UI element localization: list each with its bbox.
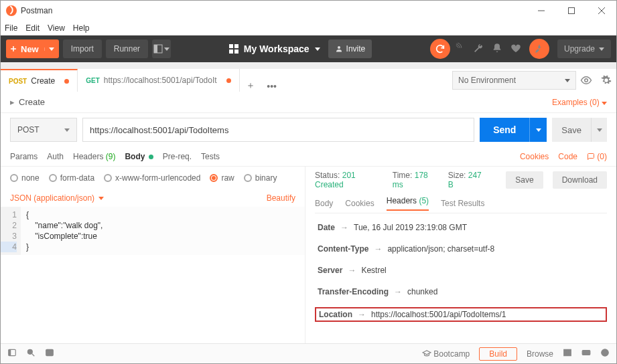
svg-rect-12 [46, 349, 54, 355]
workspace-selector[interactable]: My Workspace [229, 43, 320, 54]
tab-options-button[interactable]: ••• [261, 81, 283, 92]
beautify-button[interactable]: Beautify [267, 193, 295, 203]
resp-tab-body[interactable]: Body [315, 199, 333, 208]
explore-button[interactable] [529, 39, 549, 59]
content-type-selector[interactable]: JSON (application/json) [10, 193, 104, 203]
tab-get-todo[interactable]: GET https://localhost:5001/api/TodoIt [78, 69, 239, 92]
request-subtabs: Params Auth Headers (9) Body Pre-req. Te… [1, 147, 616, 167]
build-mode-button[interactable]: Build [479, 347, 517, 361]
find-icon[interactable] [26, 348, 36, 359]
two-pane-icon[interactable] [563, 348, 572, 359]
upgrade-button[interactable]: Upgrade [557, 39, 611, 58]
response-header-row: Content-Type→application/json; charset=u… [315, 243, 607, 255]
menu-file[interactable]: File [5, 23, 17, 33]
url-bar: POST https://localhost:5001/api/TodoItem… [1, 113, 616, 147]
window-mode-button[interactable] [152, 39, 171, 58]
svg-line-11 [32, 354, 35, 357]
response-download-button[interactable]: Download [553, 171, 607, 189]
new-tab-button[interactable]: ＋ [240, 80, 261, 92]
request-name: Create [19, 97, 45, 107]
help-icon[interactable] [600, 348, 610, 359]
unsaved-dot-icon [64, 79, 69, 84]
response-header-row: Location→https://localhost:5001/api/Todo… [315, 307, 607, 322]
satellite-icon[interactable] [454, 43, 465, 56]
browse-mode-button[interactable]: Browse [527, 349, 553, 359]
request-body-panel: none form-data x-www-form-urlencoded raw… [1, 167, 305, 343]
plus-icon: ＋ [6, 43, 21, 55]
line-gutter: 1234 [1, 207, 21, 255]
bodytype-binary[interactable]: binary [244, 173, 277, 183]
postman-logo-icon [6, 5, 17, 16]
send-dropdown[interactable] [529, 118, 547, 142]
code-content[interactable]: { "name":"walk dog", "isComplete":true } [21, 207, 108, 255]
menu-bar: File Edit View Help [1, 21, 616, 35]
svg-point-6 [338, 46, 340, 49]
main-toolbar: ＋ New Import Runner My Workspace Invite … [1, 35, 616, 62]
tab-prerequest[interactable]: Pre-req. [163, 152, 192, 161]
resp-tab-cookies[interactable]: Cookies [345, 199, 374, 208]
maximize-button[interactable] [556, 1, 586, 21]
svg-point-7 [585, 79, 588, 82]
menu-edit[interactable]: Edit [25, 23, 40, 33]
tab-create[interactable]: POST Create [1, 69, 78, 92]
menu-help[interactable]: Help [73, 23, 90, 33]
response-header-row: Date→Tue, 16 Jul 2019 23:19:08 GMT [315, 221, 607, 234]
tab-row: POST Create GET https://localhost:5001/a… [1, 69, 616, 92]
sidebar-toggle-icon[interactable] [7, 348, 17, 359]
environment-selector[interactable]: No Environment [452, 71, 576, 90]
cookies-link[interactable]: Cookies [520, 152, 549, 161]
body-editor[interactable]: 1234 { "name":"walk dog", "isComplete":t… [1, 207, 305, 255]
response-save-button[interactable]: Save [506, 171, 543, 189]
bodytype-none[interactable]: none [10, 173, 40, 183]
svg-rect-15 [568, 349, 571, 355]
response-header-row: Transfer-Encoding→chunked [315, 286, 607, 298]
tab-params[interactable]: Params [10, 152, 38, 161]
bodytype-raw[interactable]: raw [210, 173, 234, 183]
chevron-right-icon[interactable]: ▸ [10, 97, 15, 107]
svg-rect-5 [154, 45, 157, 53]
menu-view[interactable]: View [48, 23, 65, 33]
svg-rect-9 [9, 349, 11, 355]
grid-icon [229, 44, 238, 54]
console-icon[interactable] [45, 348, 54, 359]
tab-auth[interactable]: Auth [47, 152, 64, 161]
send-button[interactable]: Send [480, 118, 529, 142]
bell-icon[interactable] [492, 43, 502, 56]
bodytype-formdata[interactable]: form-data [49, 173, 94, 183]
save-button[interactable]: Save [552, 118, 591, 142]
env-preview-button[interactable] [576, 70, 596, 90]
new-dropdown[interactable] [44, 48, 59, 51]
bodytype-urlencoded[interactable]: x-www-form-urlencoded [104, 173, 200, 183]
status-bar: Bootcamp Build Browse [1, 343, 616, 363]
comments-link[interactable]: (0) [587, 152, 607, 161]
new-button[interactable]: ＋ New [6, 39, 59, 58]
sync-button[interactable] [430, 39, 450, 59]
invite-button[interactable]: Invite [328, 39, 372, 58]
url-input[interactable]: https://localhost:5001/api/TodoItems [82, 118, 474, 142]
tab-tests[interactable]: Tests [201, 152, 220, 161]
tab-body[interactable]: Body [125, 152, 153, 161]
examples-dropdown[interactable]: Examples (0) [552, 98, 607, 107]
request-header: ▸ Create Examples (0) [1, 92, 616, 113]
wrench-icon[interactable] [473, 43, 484, 56]
keyboard-icon[interactable] [581, 348, 591, 359]
svg-rect-14 [564, 349, 567, 355]
resp-tab-tests[interactable]: Test Results [441, 199, 484, 208]
window-title: Postman [21, 6, 52, 15]
env-settings-button[interactable] [596, 70, 616, 90]
title-bar: Postman [1, 1, 616, 21]
code-link[interactable]: Code [558, 152, 577, 161]
response-panel: Status: 201 Created Time: 178 ms Size: 2… [305, 167, 616, 343]
heart-icon[interactable] [510, 43, 521, 56]
close-button[interactable] [586, 1, 616, 21]
minimize-button[interactable] [526, 1, 556, 21]
runner-button[interactable]: Runner [106, 39, 148, 58]
method-selector[interactable]: POST [10, 118, 77, 142]
unsaved-dot-icon [226, 78, 231, 83]
bootcamp-link[interactable]: Bootcamp [422, 349, 470, 359]
save-dropdown[interactable] [591, 118, 607, 142]
response-header-row: Server→Kestrel [315, 264, 607, 276]
import-button[interactable]: Import [63, 39, 102, 58]
resp-tab-headers[interactable]: Headers (5) [387, 196, 429, 211]
tab-headers[interactable]: Headers (9) [73, 152, 115, 161]
